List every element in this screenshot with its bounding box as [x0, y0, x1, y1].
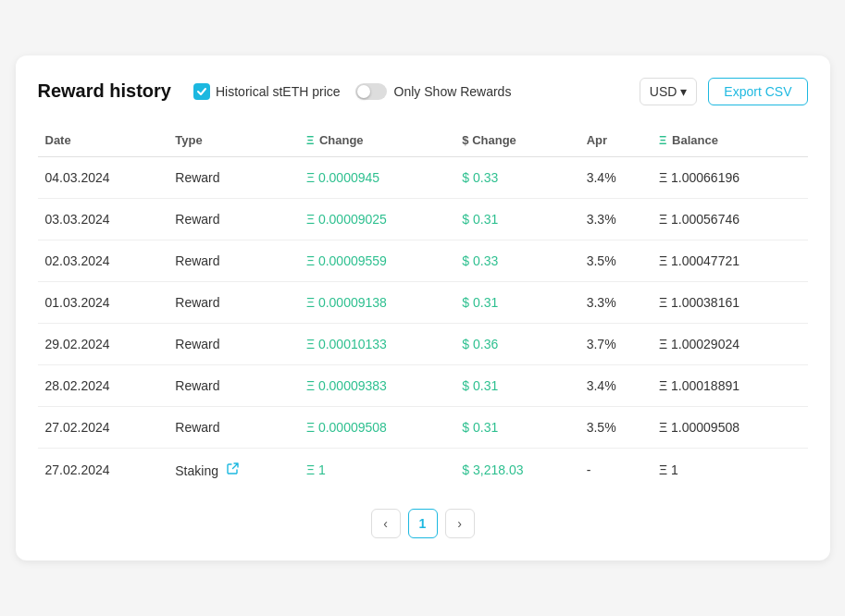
table-row: 02.03.2024RewardΞ 0.00009559$ 0.333.5%Ξ … [38, 240, 808, 281]
historical-steth-checkbox[interactable] [193, 83, 210, 100]
col-apr: Apr [579, 124, 652, 157]
export-csv-button[interactable]: Export CSV [708, 78, 807, 105]
cell-dollar-change: $ 0.33 [454, 240, 578, 281]
cell-eth-change: Ξ 0.00009559 [299, 240, 454, 281]
cell-balance: Ξ 1.00009508 [652, 406, 807, 448]
cell-balance: Ξ 1.00029024 [652, 323, 807, 364]
cell-type: Reward [168, 364, 299, 406]
table-row: 27.02.2024Staking Ξ 1$ 3,218.03-Ξ 1 [38, 448, 808, 490]
cell-apr: 3.3% [579, 198, 652, 240]
cell-eth-change: Ξ 0.00009383 [299, 364, 454, 406]
header-row: Date Type Ξ Change $ Change Apr Ξ Balanc… [38, 124, 808, 157]
cell-apr: 3.5% [579, 406, 652, 448]
cell-apr: 3.5% [579, 240, 652, 281]
cell-dollar-change: $ 0.31 [454, 364, 578, 406]
cell-dollar-change: $ 0.31 [454, 406, 578, 448]
table-body: 04.03.2024RewardΞ 0.0000945$ 0.333.4%Ξ 1… [38, 156, 808, 490]
table-row: 04.03.2024RewardΞ 0.0000945$ 0.333.4%Ξ 1… [38, 156, 808, 198]
cell-dollar-change: $ 0.33 [454, 156, 578, 198]
col-type: Type [168, 124, 299, 157]
historical-steth-label: Historical stETH price [216, 84, 341, 99]
header-actions: USD ▾ Export CSV [640, 78, 808, 105]
cell-apr: 3.3% [579, 281, 652, 323]
cell-balance: Ξ 1.00066196 [652, 156, 807, 198]
current-page: 1 [419, 516, 427, 531]
pagination: ‹ 1 › [38, 509, 808, 538]
cell-date: 04.03.2024 [38, 156, 168, 198]
cell-apr: 3.7% [579, 323, 652, 364]
cell-date: 27.02.2024 [38, 406, 168, 448]
header: Reward history Historical stETH price On… [38, 78, 808, 105]
cell-dollar-change: $ 0.31 [454, 281, 578, 323]
current-page-button[interactable]: 1 [408, 509, 438, 538]
cell-dollar-change: $ 3,218.03 [454, 448, 578, 490]
cell-balance: Ξ 1 [652, 448, 807, 490]
cell-eth-change: Ξ 0.00009138 [299, 281, 454, 323]
currency-value: USD [650, 84, 677, 99]
cell-date: 29.02.2024 [38, 323, 168, 364]
next-icon: › [457, 516, 462, 531]
cell-type: Staking [168, 448, 299, 490]
col-balance: Ξ Balance [652, 124, 807, 157]
cell-date: 28.02.2024 [38, 364, 168, 406]
cell-eth-change: Ξ 0.00009508 [299, 406, 454, 448]
cell-eth-change: Ξ 1 [299, 448, 454, 490]
cell-dollar-change: $ 0.36 [454, 323, 578, 364]
cell-balance: Ξ 1.00047721 [652, 240, 807, 281]
cell-balance: Ξ 1.00018891 [652, 364, 807, 406]
cell-apr: - [579, 448, 652, 490]
cell-type: Reward [168, 198, 299, 240]
cell-type: Reward [168, 156, 299, 198]
only-show-rewards-toggle[interactable] [355, 83, 387, 100]
dropdown-arrow-icon: ▾ [680, 84, 687, 99]
cell-apr: 3.4% [579, 156, 652, 198]
cell-dollar-change: $ 0.31 [454, 198, 578, 240]
cell-balance: Ξ 1.00056746 [652, 198, 807, 240]
external-link-icon[interactable] [226, 462, 241, 476]
table-row: 28.02.2024RewardΞ 0.00009383$ 0.313.4%Ξ … [38, 364, 808, 406]
cell-date: 02.03.2024 [38, 240, 168, 281]
cell-eth-change: Ξ 0.0000945 [299, 156, 454, 198]
reward-history-card: Reward history Historical stETH price On… [16, 55, 830, 561]
historical-steth-checkbox-label[interactable]: Historical stETH price [193, 83, 341, 100]
cell-date: 03.03.2024 [38, 198, 168, 240]
toggle-thumb [357, 85, 370, 98]
col-dollar-change: $ Change [454, 124, 578, 157]
table-row: 29.02.2024RewardΞ 0.00010133$ 0.363.7%Ξ … [38, 323, 808, 364]
cell-eth-change: Ξ 0.00009025 [299, 198, 454, 240]
cell-type: Reward [168, 323, 299, 364]
cell-balance: Ξ 1.00038161 [652, 281, 807, 323]
table-row: 03.03.2024RewardΞ 0.00009025$ 0.313.3%Ξ … [38, 198, 808, 240]
cell-apr: 3.4% [579, 364, 652, 406]
table-row: 01.03.2024RewardΞ 0.00009138$ 0.313.3%Ξ … [38, 281, 808, 323]
col-date: Date [38, 124, 168, 157]
type-label: Staking [175, 462, 218, 477]
cell-date: 01.03.2024 [38, 281, 168, 323]
cell-date: 27.02.2024 [38, 448, 168, 490]
only-show-rewards-toggle-label[interactable]: Only Show Rewards [355, 83, 512, 100]
table-row: 27.02.2024RewardΞ 0.00009508$ 0.313.5%Ξ … [38, 406, 808, 448]
currency-select[interactable]: USD ▾ [640, 78, 698, 105]
table-header: Date Type Ξ Change $ Change Apr Ξ Balanc… [38, 124, 808, 157]
prev-page-button[interactable]: ‹ [371, 509, 401, 538]
next-page-button[interactable]: › [445, 509, 475, 538]
reward-history-table: Date Type Ξ Change $ Change Apr Ξ Balanc… [38, 124, 808, 491]
col-eth-change: Ξ Change [299, 124, 454, 157]
cell-type: Reward [168, 281, 299, 323]
page-title: Reward history [38, 80, 171, 102]
only-show-rewards-label: Only Show Rewards [394, 84, 512, 99]
cell-eth-change: Ξ 0.00010133 [299, 323, 454, 364]
cell-type: Reward [168, 406, 299, 448]
cell-type: Reward [168, 240, 299, 281]
prev-icon: ‹ [383, 516, 388, 531]
